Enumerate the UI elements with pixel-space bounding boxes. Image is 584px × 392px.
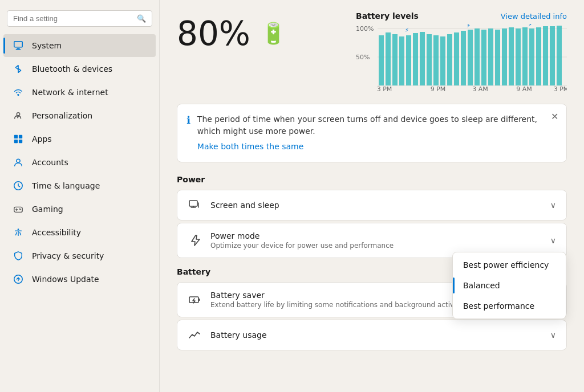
svg-rect-18 bbox=[379, 35, 384, 85]
svg-rect-5 bbox=[19, 135, 22, 138]
svg-rect-30 bbox=[461, 31, 466, 85]
power-mode-content: Power mode Optimize your device for powe… bbox=[210, 231, 541, 250]
search-input[interactable] bbox=[13, 14, 137, 23]
info-icon: ℹ️ bbox=[186, 114, 190, 126]
search-box[interactable]: 🔍 bbox=[7, 10, 152, 27]
svg-rect-4 bbox=[14, 135, 18, 138]
battery-usage-right: ∨ bbox=[550, 330, 556, 340]
svg-text:3 PM: 3 PM bbox=[554, 85, 567, 92]
accounts-icon bbox=[13, 157, 24, 168]
screen-sleep-icon bbox=[188, 198, 201, 212]
info-banner-link[interactable]: Make both times the same bbox=[197, 141, 557, 153]
sidebar-item-system-label: System bbox=[32, 41, 62, 50]
svg-rect-25 bbox=[427, 34, 432, 85]
sidebar-item-bluetooth-label: Bluetooth & devices bbox=[32, 64, 112, 74]
sidebar-nav: System Bluetooth & devices Network & int… bbox=[0, 34, 159, 291]
dropdown-item-balanced[interactable]: Balanced bbox=[453, 275, 566, 296]
sidebar-item-system[interactable]: System bbox=[3, 34, 156, 57]
svg-rect-27 bbox=[440, 36, 445, 85]
power-mode-dropdown: Best power efficiency Balanced Best perf… bbox=[452, 252, 566, 319]
svg-rect-21 bbox=[399, 36, 404, 85]
screen-sleep-card: Screen and sleep ∨ bbox=[177, 190, 567, 220]
chart-area: 100% 50% bbox=[356, 24, 567, 92]
dropdown-item-performance[interactable]: Best performance bbox=[453, 296, 566, 316]
svg-text:9 AM: 9 AM bbox=[516, 85, 532, 92]
svg-rect-6 bbox=[14, 140, 18, 143]
svg-point-8 bbox=[17, 159, 20, 162]
screen-sleep-chevron: ∨ bbox=[550, 201, 556, 210]
screen-sleep-row[interactable]: Screen and sleep ∨ bbox=[177, 190, 566, 220]
power-section: Power Screen and sleep ∨ bbox=[177, 175, 567, 258]
svg-rect-34 bbox=[488, 28, 493, 85]
svg-text:50%: 50% bbox=[356, 54, 370, 61]
system-icon bbox=[13, 40, 24, 51]
svg-rect-1 bbox=[17, 48, 19, 50]
time-icon bbox=[13, 180, 24, 191]
sidebar-item-network[interactable]: Network & internet bbox=[3, 81, 156, 104]
gaming-icon bbox=[13, 203, 24, 215]
screen-sleep-content: Screen and sleep bbox=[210, 201, 541, 210]
sidebar-item-time[interactable]: Time & language bbox=[3, 174, 156, 197]
sidebar-item-personalization[interactable]: Personalization bbox=[3, 104, 156, 127]
svg-text:100%: 100% bbox=[356, 25, 374, 32]
network-icon bbox=[13, 87, 24, 98]
battery-chart-container: Battery levels View detailed info 100% 5… bbox=[356, 11, 567, 92]
battery-saver-title: Battery saver bbox=[210, 291, 477, 300]
info-message: The period of time when your screen turn… bbox=[197, 115, 537, 136]
chart-link[interactable]: View detailed info bbox=[501, 12, 567, 21]
sidebar-item-privacy[interactable]: Privacy & security bbox=[3, 244, 156, 267]
battery-percentage-display: 80% 🔋 bbox=[177, 11, 286, 50]
sidebar-item-update-label: Windows Update bbox=[32, 275, 99, 284]
dropdown-item-efficiency[interactable]: Best power efficiency bbox=[453, 255, 566, 275]
power-mode-card: Power mode Optimize your device for powe… bbox=[177, 223, 567, 258]
sidebar: 🔍 System Bluetooth & devices Network & i… bbox=[0, 0, 160, 392]
main-content: 80% 🔋 Battery levels View detailed info … bbox=[160, 0, 584, 392]
svg-rect-37 bbox=[509, 27, 514, 85]
svg-rect-44 bbox=[557, 26, 562, 85]
search-icon: 🔍 bbox=[137, 14, 146, 23]
svg-rect-41 bbox=[536, 27, 541, 85]
svg-rect-24 bbox=[420, 32, 425, 85]
accessibility-icon bbox=[13, 227, 24, 238]
svg-point-11 bbox=[18, 228, 19, 230]
info-banner-close-button[interactable]: ✕ bbox=[550, 111, 559, 122]
svg-rect-29 bbox=[454, 32, 459, 85]
svg-rect-0 bbox=[14, 42, 22, 47]
battery-usage-title: Battery usage bbox=[210, 330, 541, 340]
svg-rect-39 bbox=[522, 27, 528, 85]
chart-title: Battery levels bbox=[356, 11, 419, 21]
sidebar-item-accessibility[interactable]: Accessibility bbox=[3, 221, 156, 244]
power-mode-chevron: ∨ bbox=[550, 236, 556, 245]
sidebar-item-gaming[interactable]: Gaming bbox=[3, 198, 156, 220]
bluetooth-icon bbox=[13, 63, 24, 75]
battery-saver-subtitle: Extend battery life by limiting some not… bbox=[210, 301, 477, 309]
power-mode-subtitle: Optimize your device for power use and p… bbox=[210, 242, 541, 250]
svg-text:3 AM: 3 AM bbox=[472, 85, 488, 92]
battery-saver-icon bbox=[188, 293, 201, 307]
svg-rect-28 bbox=[447, 34, 452, 85]
battery-usage-card: Battery usage ∨ bbox=[177, 320, 567, 350]
svg-rect-36 bbox=[502, 28, 507, 85]
battery-saver-content: Battery saver Extend battery life by lim… bbox=[210, 291, 477, 309]
update-icon bbox=[13, 273, 24, 285]
sidebar-item-update[interactable]: Windows Update bbox=[3, 268, 156, 291]
apps-icon bbox=[13, 133, 24, 145]
battery-usage-row[interactable]: Battery usage ∨ bbox=[177, 320, 566, 350]
sidebar-item-accounts[interactable]: Accounts bbox=[3, 151, 156, 174]
sidebar-item-bluetooth[interactable]: Bluetooth & devices bbox=[3, 58, 156, 80]
svg-rect-19 bbox=[386, 32, 391, 85]
svg-rect-26 bbox=[433, 35, 439, 85]
info-banner: ℹ️ The period of time when your screen t… bbox=[177, 104, 567, 162]
svg-rect-32 bbox=[474, 28, 480, 85]
sidebar-item-gaming-label: Gaming bbox=[32, 205, 63, 214]
svg-text:⚡: ⚡ bbox=[528, 24, 532, 27]
sidebar-item-accounts-label: Accounts bbox=[32, 158, 68, 167]
battery-usage-content: Battery usage bbox=[210, 330, 541, 340]
svg-rect-53 bbox=[189, 201, 197, 206]
sidebar-item-apps[interactable]: Apps bbox=[3, 128, 156, 150]
info-text-content: The period of time when your screen turn… bbox=[197, 113, 557, 153]
svg-rect-33 bbox=[481, 30, 486, 85]
svg-rect-43 bbox=[550, 26, 555, 85]
svg-rect-23 bbox=[413, 33, 418, 85]
svg-rect-40 bbox=[529, 28, 534, 85]
